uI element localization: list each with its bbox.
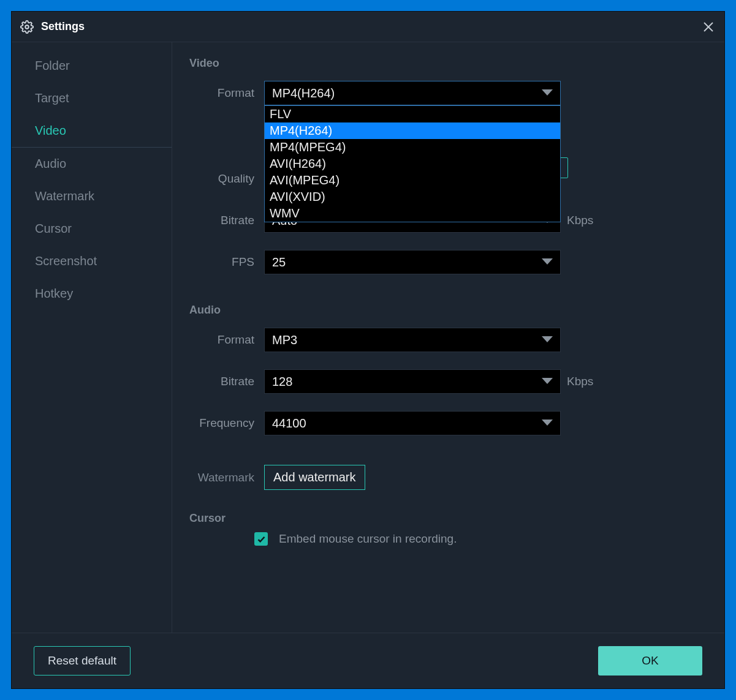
sidebar-item-cursor[interactable]: Cursor	[12, 213, 172, 245]
video-format-label: Format	[189, 86, 264, 100]
window-title: Settings	[41, 20, 85, 33]
video-format-value: MP4(H264)	[272, 86, 335, 100]
watermark-row: Watermark Add watermark	[189, 465, 701, 490]
sidebar-item-hotkey[interactable]: Hotkey	[12, 277, 172, 310]
format-option-avi-h264[interactable]: AVI(H264)	[265, 156, 560, 172]
svg-point-0	[25, 25, 29, 29]
audio-heading: Audio	[189, 304, 701, 317]
sidebar: Folder Target Video Audio Watermark Curs…	[12, 42, 172, 633]
format-option-wmv[interactable]: WMV	[265, 205, 560, 222]
content-wrap: Video Format MP4(H264) FLV MP4(H264) M	[172, 42, 724, 633]
sidebar-item-target[interactable]: Target	[12, 82, 172, 115]
titlebar: Settings	[12, 12, 724, 42]
reset-default-button[interactable]: Reset default	[34, 646, 131, 676]
video-fps-row: FPS 25	[189, 250, 701, 274]
svg-marker-7	[542, 378, 553, 384]
audio-format-label: Format	[189, 333, 264, 347]
gear-icon	[20, 20, 34, 34]
content[interactable]: Video Format MP4(H264) FLV MP4(H264) M	[172, 42, 713, 633]
svg-marker-6	[542, 336, 553, 342]
audio-frequency-select[interactable]: 44100	[264, 411, 561, 435]
audio-frequency-value: 44100	[272, 416, 306, 431]
format-option-mp4-mpeg4[interactable]: MP4(MPEG4)	[265, 139, 560, 156]
audio-frequency-row: Frequency 44100	[189, 411, 701, 435]
svg-marker-5	[542, 258, 553, 265]
format-option-mp4-h264[interactable]: MP4(H264)	[265, 122, 560, 139]
chevron-down-icon	[542, 336, 553, 344]
cursor-embed-label: Embed mouse cursor in recording.	[279, 532, 457, 546]
close-icon[interactable]	[701, 20, 716, 34]
video-quality-label: Quality	[189, 172, 264, 186]
audio-bitrate-label: Bitrate	[189, 375, 264, 388]
chevron-down-icon	[542, 89, 553, 97]
cursor-embed-row: Embed mouse cursor in recording.	[254, 532, 701, 546]
sidebar-item-watermark[interactable]: Watermark	[12, 180, 172, 213]
chevron-down-icon	[542, 378, 553, 385]
video-bitrate-label: Bitrate	[189, 214, 264, 227]
audio-bitrate-value: 128	[272, 375, 292, 389]
check-icon	[257, 535, 266, 544]
sidebar-item-video[interactable]: Video	[12, 115, 172, 148]
video-heading: Video	[189, 57, 701, 70]
watermark-label: Watermark	[189, 471, 264, 484]
sidebar-item-audio[interactable]: Audio	[12, 148, 172, 180]
audio-bitrate-unit: Kbps	[567, 375, 593, 388]
audio-format-select[interactable]: MP3	[264, 328, 561, 352]
sidebar-item-screenshot[interactable]: Screenshot	[12, 245, 172, 277]
sidebar-item-folder[interactable]: Folder	[12, 50, 172, 82]
body: Folder Target Video Audio Watermark Curs…	[12, 42, 724, 633]
format-option-avi-xvid[interactable]: AVI(XVID)	[265, 189, 560, 205]
video-format-select[interactable]: MP4(H264) FLV MP4(H264) MP4(MPEG4) AVI(H…	[264, 81, 561, 105]
audio-format-row: Format MP3	[189, 328, 701, 352]
footer: Reset default OK	[12, 633, 724, 688]
settings-window: Settings Folder Target Video Audio Water…	[11, 11, 725, 689]
cursor-heading: Cursor	[189, 512, 701, 525]
add-watermark-button[interactable]: Add watermark	[264, 465, 365, 490]
format-option-flv[interactable]: FLV	[265, 106, 560, 122]
audio-bitrate-select[interactable]: 128	[264, 369, 561, 394]
video-bitrate-unit: Kbps	[567, 214, 593, 227]
audio-format-value: MP3	[272, 333, 297, 347]
video-fps-value: 25	[272, 255, 286, 269]
video-format-row: Format MP4(H264) FLV MP4(H264) MP4(MPEG4…	[189, 81, 701, 105]
video-fps-select[interactable]: 25	[264, 250, 561, 274]
audio-bitrate-row: Bitrate 128 Kbps	[189, 369, 701, 394]
video-format-dropdown: FLV MP4(H264) MP4(MPEG4) AVI(H264) AVI(M…	[264, 105, 561, 222]
svg-marker-8	[542, 420, 553, 426]
cursor-embed-checkbox[interactable]	[254, 532, 268, 546]
svg-marker-3	[542, 89, 553, 96]
format-option-avi-mpeg4[interactable]: AVI(MPEG4)	[265, 172, 560, 189]
audio-frequency-label: Frequency	[189, 416, 264, 430]
video-fps-label: FPS	[189, 255, 264, 269]
chevron-down-icon	[542, 258, 553, 266]
chevron-down-icon	[542, 420, 553, 427]
ok-button[interactable]: OK	[598, 646, 702, 676]
